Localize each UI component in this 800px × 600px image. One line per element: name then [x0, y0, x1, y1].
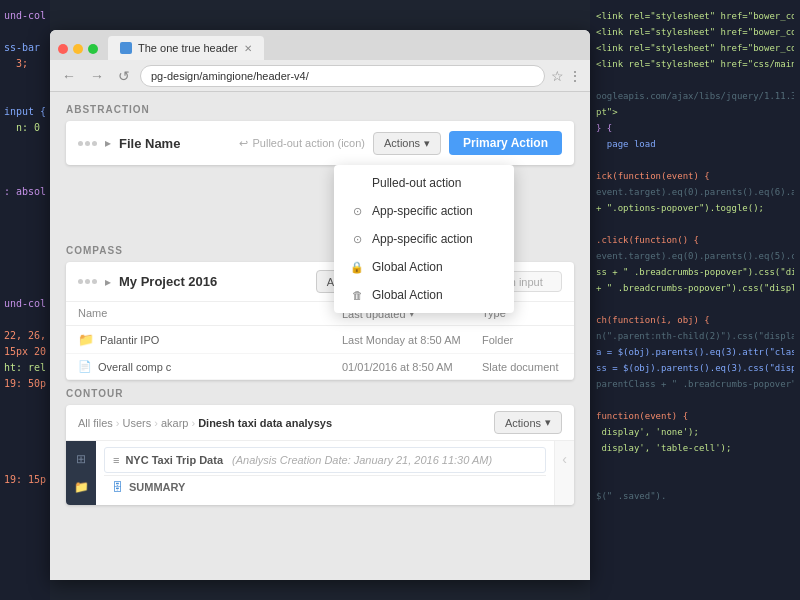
tab-close-icon[interactable]: ✕	[244, 43, 252, 54]
abstraction-card: ▸ File Name ↩ Pulled-out action (icon) A…	[66, 121, 574, 165]
abstraction-section: ABSTRACTION ▸ File Name ↩ Pulled-out act…	[66, 104, 574, 165]
browser-tab[interactable]: The one true header ✕	[108, 36, 264, 60]
pulled-out-dropdown-icon	[350, 176, 364, 190]
breadcrumb-path: All files › Users › akarp › Dinesh taxi …	[78, 417, 490, 429]
primary-action-button[interactable]: Primary Action	[449, 131, 562, 155]
dropdown-item-label-3: App-specific action	[372, 232, 473, 246]
right-code-bg: <link rel="stylesheet" href="bower_compo…	[590, 0, 800, 600]
star-icon[interactable]: ☆	[551, 68, 564, 84]
trash-icon: 🗑	[350, 288, 364, 302]
app-action-icon-1: ⊙	[350, 204, 364, 218]
contour-header: All files › Users › akarp › Dinesh taxi …	[66, 405, 574, 441]
dropdown-item-pulled-out[interactable]: Pulled-out action	[334, 169, 514, 197]
file-item-subtitle: (Analysis Creation Date: January 21, 201…	[232, 454, 492, 466]
project-title: My Project 2016	[119, 274, 308, 289]
pulled-out-icon: ↩	[239, 137, 248, 150]
row2-updated: 01/01/2016 at 8:50 AM	[342, 361, 482, 373]
breadcrumb-akarp: akarp	[161, 417, 189, 429]
contour-actions-button[interactable]: Actions ▾	[494, 411, 562, 434]
sep3: ›	[191, 417, 195, 429]
compass-file-icon: ▸	[105, 275, 111, 289]
row1-updated: Last Monday at 8:50 AM	[342, 334, 482, 346]
file-item-title: NYC Taxi Trip Data	[125, 454, 223, 466]
table-row[interactable]: 📄 Overall comp c 01/01/2016 at 8:50 AM S…	[66, 354, 574, 380]
forward-button[interactable]: →	[86, 66, 108, 86]
back-button[interactable]: ←	[58, 66, 80, 86]
contour-card: All files › Users › akarp › Dinesh taxi …	[66, 405, 574, 505]
browser-window: The one true header ✕ ← → ↺ pg-design/am…	[50, 30, 590, 580]
dot3	[92, 141, 97, 146]
row2-file-name: Overall comp c	[98, 361, 171, 373]
row1-name: 📁 Palantir IPO	[78, 332, 342, 347]
collapse-button[interactable]: ‹	[554, 441, 574, 505]
abstraction-header-row: ▸ File Name ↩ Pulled-out action (icon) A…	[66, 121, 574, 165]
breadcrumb-users: Users	[123, 417, 152, 429]
dropdown-item-label-1: Pulled-out action	[372, 176, 461, 190]
dropdown-item-global-1[interactable]: 🔒 Global Action	[334, 253, 514, 281]
contour-label: CONTOUR	[66, 388, 574, 399]
address-bar: ← → ↺ pg-design/amingione/header-v4/ ☆ ⋮	[50, 60, 590, 92]
dot2	[85, 141, 90, 146]
dropdown-item-label-2: App-specific action	[372, 204, 473, 218]
file-lines-icon: ≡	[113, 454, 119, 466]
url-text: pg-design/amingione/header-v4/	[151, 70, 309, 82]
dot1	[78, 141, 83, 146]
maximize-button[interactable]	[88, 44, 98, 54]
pulled-out-action-label: ↩ Pulled-out action (icon)	[239, 137, 365, 150]
tab-bar: The one true header ✕	[50, 30, 590, 60]
window-controls	[58, 44, 98, 54]
dropdown-item-app-1[interactable]: ⊙ App-specific action	[334, 197, 514, 225]
reload-button[interactable]: ↺	[114, 66, 134, 86]
table-row[interactable]: 📁 Palantir IPO Last Monday at 8:50 AM Fo…	[66, 326, 574, 354]
breadcrumb-allfiles: All files	[78, 417, 113, 429]
breadcrumb-current: Dinesh taxi data analysys	[198, 417, 332, 429]
browser-content: ABSTRACTION ▸ File Name ↩ Pulled-out act…	[50, 92, 590, 580]
file-item-name: NYC Taxi Trip Data (Analysis Creation Da…	[125, 454, 537, 466]
row2-type: Slate document	[482, 361, 562, 373]
abstraction-label: ABSTRACTION	[66, 104, 574, 115]
dropdown-item-app-2[interactable]: ⊙ App-specific action	[334, 225, 514, 253]
file-item[interactable]: ≡ NYC Taxi Trip Data (Analysis Creation …	[104, 447, 546, 473]
sep2: ›	[154, 417, 158, 429]
actions-label: Actions	[384, 137, 420, 149]
doc-icon: 📄	[78, 360, 92, 373]
col-name-header: Name	[78, 307, 342, 320]
app-action-icon-2: ⊙	[350, 232, 364, 246]
minimize-button[interactable]	[73, 44, 83, 54]
contour-main: ≡ NYC Taxi Trip Data (Analysis Creation …	[96, 441, 554, 505]
actions-dropdown: Pulled-out action ⊙ App-specific action …	[334, 165, 514, 313]
lock-icon: 🔒	[350, 260, 364, 274]
compass-breadcrumb-dots	[78, 279, 97, 284]
tab-title: The one true header	[138, 42, 238, 54]
breadcrumb-dots	[78, 141, 97, 146]
database-icon: 🗄	[112, 481, 123, 493]
row2-name: 📄 Overall comp c	[78, 360, 342, 373]
row1-type: Folder	[482, 334, 562, 346]
cdot3	[92, 279, 97, 284]
actions-button[interactable]: Actions ▾	[373, 132, 441, 155]
file-arrow-icon: ▸	[105, 136, 111, 150]
contour-content: ⊞ 📁 ≡ NYC Taxi Trip Data (Analysis Creat…	[66, 441, 574, 505]
dropdown-item-label-4: Global Action	[372, 260, 443, 274]
dropdown-item-global-2[interactable]: 🗑 Global Action	[334, 281, 514, 309]
cdot2	[85, 279, 90, 284]
left-code-bg: und-color { ss-bar { 3; input { n: 0 5px…	[0, 0, 50, 600]
tab-favicon	[120, 42, 132, 54]
contour-actions-chevron: ▾	[545, 416, 551, 429]
contour-section: CONTOUR All files › Users › akarp › Dine…	[66, 388, 574, 505]
address-icons: ☆ ⋮	[551, 68, 582, 84]
folder-view-icon[interactable]: 📁	[71, 477, 91, 497]
row1-file-name: Palantir IPO	[100, 334, 159, 346]
menu-icon[interactable]: ⋮	[568, 68, 582, 84]
contour-actions-label: Actions	[505, 417, 541, 429]
collapse-icon: ‹	[562, 451, 567, 467]
close-button[interactable]	[58, 44, 68, 54]
actions-chevron-icon: ▾	[424, 137, 430, 150]
file-name-title: File Name	[119, 136, 231, 151]
folder-icon: 📁	[78, 332, 94, 347]
cdot1	[78, 279, 83, 284]
grid-view-icon[interactable]: ⊞	[71, 449, 91, 469]
url-bar[interactable]: pg-design/amingione/header-v4/	[140, 65, 545, 87]
dropdown-item-label-5: Global Action	[372, 288, 443, 302]
summary-label: SUMMARY	[129, 481, 185, 493]
